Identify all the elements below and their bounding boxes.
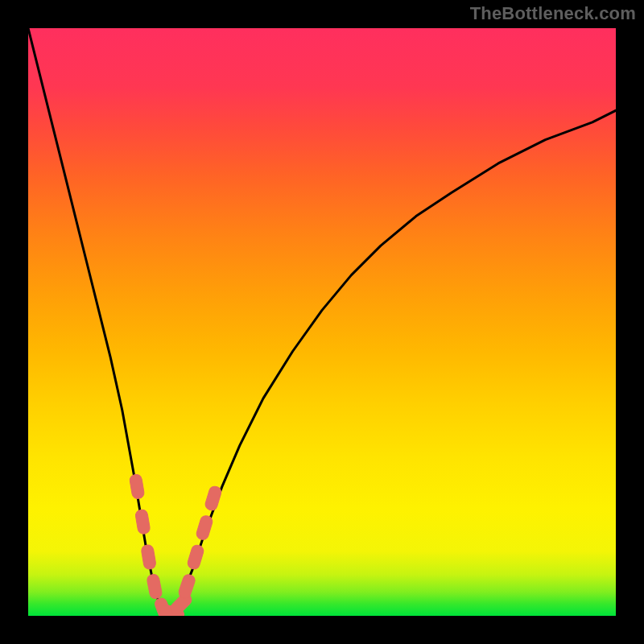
- data-marker: [141, 544, 157, 570]
- data-marker: [187, 543, 205, 570]
- data-marker: [204, 485, 222, 511]
- watermark-text: TheBottleneck.com: [470, 3, 636, 24]
- data-marker: [147, 573, 163, 599]
- plot-area: [28, 28, 616, 616]
- marker-group: [129, 473, 222, 616]
- data-marker: [196, 514, 214, 541]
- data-marker: [177, 573, 196, 600]
- data-marker: [134, 509, 151, 535]
- chart-frame: TheBottleneck.com: [0, 0, 644, 644]
- data-marker: [129, 473, 145, 499]
- bottleneck-curve: [28, 28, 616, 613]
- bottleneck-chart: [28, 28, 616, 616]
